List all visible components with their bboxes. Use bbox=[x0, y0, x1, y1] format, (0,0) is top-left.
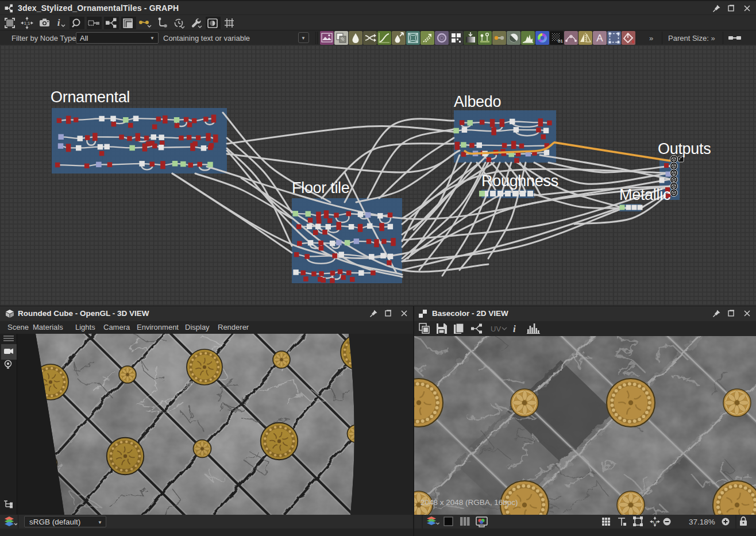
svg-text:37.18%: 37.18% bbox=[689, 518, 715, 526]
svg-text:i: i bbox=[57, 17, 60, 28]
svg-text:A: A bbox=[596, 33, 603, 44]
svg-text:UV: UV bbox=[491, 325, 501, 333]
svg-text:1:1: 1:1 bbox=[653, 520, 658, 524]
svg-text:i: i bbox=[513, 323, 516, 334]
svg-text:01: 01 bbox=[558, 38, 563, 44]
svg-text:1:1: 1:1 bbox=[24, 21, 30, 26]
